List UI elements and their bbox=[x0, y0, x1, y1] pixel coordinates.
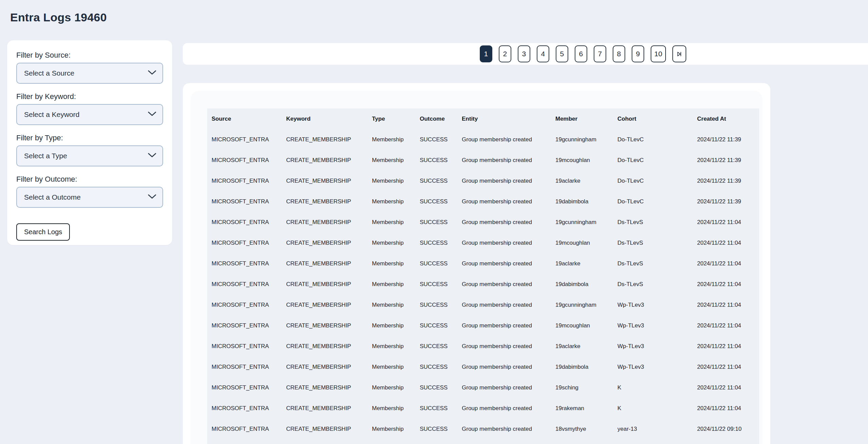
cell-member: 18vsmythye bbox=[555, 426, 617, 432]
cell-source: MICROSOFT_ENTRA bbox=[212, 178, 286, 184]
page-button-3[interactable]: 3 bbox=[518, 45, 530, 62]
type-select[interactable]: Select a Type bbox=[16, 145, 163, 166]
cell-created-at: 2024/11/22 11:04 bbox=[697, 240, 755, 246]
cell-source: MICROSOFT_ENTRA bbox=[212, 426, 286, 432]
cell-member: 19dabimbola bbox=[555, 281, 617, 288]
cell-entity: Group membership created bbox=[462, 157, 555, 164]
filter-list: Filter by Source:Select a SourceFilter b… bbox=[16, 51, 163, 208]
table-row: MICROSOFT_ENTRACREATE_MEMBERSHIPMembersh… bbox=[207, 336, 759, 357]
table-row: MICROSOFT_ENTRACREATE_MEMBERSHIPMembersh… bbox=[207, 170, 759, 191]
cell-keyword: CREATE_MEMBERSHIP bbox=[286, 384, 372, 391]
page-button-10[interactable]: 10 bbox=[651, 45, 666, 62]
last-page-button[interactable] bbox=[672, 45, 686, 62]
table-row: MICROSOFT_ENTRACREATE_MEMBERSHIPMembersh… bbox=[207, 233, 759, 253]
cell-source: MICROSOFT_ENTRA bbox=[212, 219, 286, 226]
page-button-9[interactable]: 9 bbox=[632, 45, 644, 62]
cell-keyword: CREATE_MEMBERSHIP bbox=[286, 364, 372, 370]
filter-group-outcome: Filter by Outcome:Select a Outcome bbox=[16, 175, 163, 208]
page-button-2[interactable]: 2 bbox=[499, 45, 511, 62]
cell-cohort: Ds-TLevS bbox=[617, 219, 697, 226]
column-header-cohort: Cohort bbox=[617, 116, 697, 122]
page-button-1[interactable]: 1 bbox=[480, 45, 492, 62]
cell-outcome: SUCCESS bbox=[420, 260, 462, 267]
filter-label-keyword: Filter by Keyword: bbox=[16, 92, 163, 101]
cell-member: 19rakeman bbox=[555, 405, 617, 412]
keyword-select[interactable]: Select a Keyword bbox=[16, 104, 163, 125]
skip-to-last-icon bbox=[676, 51, 683, 57]
table-row: MICROSOFT_ENTRACREATE_MEMBERSHIPMembersh… bbox=[207, 295, 759, 315]
table-row: MICROSOFT_ENTRACREATE_MEMBERSHIPMembersh… bbox=[207, 129, 759, 150]
source-select-value: Select a Source bbox=[24, 69, 74, 77]
table-row: MICROSOFT_ENTRACREATE_MEMBERSHIPMembersh… bbox=[207, 419, 759, 439]
cell-member: 19gcunningham bbox=[555, 136, 617, 143]
page-button-6[interactable]: 6 bbox=[575, 45, 587, 62]
cell-source: MICROSOFT_ENTRA bbox=[212, 260, 286, 267]
column-header-entity: Entity bbox=[462, 116, 555, 122]
cell-outcome: SUCCESS bbox=[420, 426, 462, 432]
table-row: MICROSOFT_ENTRACREATE_MEMBERSHIPMembersh… bbox=[207, 253, 759, 274]
page-button-5[interactable]: 5 bbox=[556, 45, 568, 62]
cell-cohort: K bbox=[617, 405, 697, 412]
logs-table-card: SourceKeywordTypeOutcomeEntityMemberCoho… bbox=[183, 83, 770, 444]
search-logs-button[interactable]: Search Logs bbox=[16, 223, 70, 241]
cell-type: Membership bbox=[372, 281, 420, 288]
cell-keyword: CREATE_MEMBERSHIP bbox=[286, 240, 372, 246]
filter-group-keyword: Filter by Keyword:Select a Keyword bbox=[16, 92, 163, 125]
cell-member: 19dabimbola bbox=[555, 198, 617, 205]
pagination-bar: 12345678910 bbox=[183, 43, 868, 65]
cell-outcome: SUCCESS bbox=[420, 364, 462, 370]
cell-keyword: CREATE_MEMBERSHIP bbox=[286, 260, 372, 267]
cell-source: MICROSOFT_ENTRA bbox=[212, 343, 286, 350]
page-button-8[interactable]: 8 bbox=[613, 45, 625, 62]
cell-type: Membership bbox=[372, 219, 420, 226]
cell-member: 19mcoughlan bbox=[555, 240, 617, 246]
cell-created-at: 2024/11/22 11:04 bbox=[697, 281, 755, 288]
cell-created-at: 2024/11/22 11:04 bbox=[697, 322, 755, 329]
cell-cohort: Wp-TLev3 bbox=[617, 364, 697, 370]
cell-type: Membership bbox=[372, 157, 420, 164]
cell-cohort: Ds-TLevS bbox=[617, 281, 697, 288]
cell-cohort: Ds-TLevS bbox=[617, 240, 697, 246]
cell-created-at: 2024/11/22 11:04 bbox=[697, 260, 755, 267]
cell-keyword: CREATE_MEMBERSHIP bbox=[286, 136, 372, 143]
cell-created-at: 2024/11/22 11:39 bbox=[697, 178, 755, 184]
cell-created-at: 2024/11/22 11:04 bbox=[697, 302, 755, 308]
table-row: MICROSOFT_ENTRACREATE_MEMBERSHIPMembersh… bbox=[207, 212, 759, 233]
cell-outcome: SUCCESS bbox=[420, 322, 462, 329]
column-header-type: Type bbox=[372, 116, 420, 122]
table-row: MICROSOFT_ENTRACREATE_MEMBERSHIPMembersh… bbox=[207, 357, 759, 377]
cell-entity: Group membership created bbox=[462, 322, 555, 329]
cell-member: 19sching bbox=[555, 384, 617, 391]
cell-created-at: 2024/11/22 11:04 bbox=[697, 384, 755, 391]
cell-type: Membership bbox=[372, 364, 420, 370]
page-button-4[interactable]: 4 bbox=[537, 45, 549, 62]
cell-outcome: SUCCESS bbox=[420, 302, 462, 308]
filter-label-type: Filter by Type: bbox=[16, 133, 163, 143]
cell-type: Membership bbox=[372, 302, 420, 308]
outcome-select[interactable]: Select a Outcome bbox=[16, 187, 163, 208]
cell-source: MICROSOFT_ENTRA bbox=[212, 405, 286, 412]
source-select[interactable]: Select a Source bbox=[16, 63, 163, 84]
cell-member: 19dabimbola bbox=[555, 364, 617, 370]
cell-entity: Group membership created bbox=[462, 240, 555, 246]
cell-entity: Group membership created bbox=[462, 426, 555, 432]
cell-cohort: Do-TLevC bbox=[617, 198, 697, 205]
cell-outcome: SUCCESS bbox=[420, 198, 462, 205]
cell-member: 19aclarke bbox=[555, 260, 617, 267]
page-button-7[interactable]: 7 bbox=[594, 45, 606, 62]
table-row: MICROSOFT_ENTRACREATE_MEMBERSHIPMembersh… bbox=[207, 439, 759, 444]
keyword-select-value: Select a Keyword bbox=[24, 110, 79, 119]
chevron-down-icon bbox=[147, 70, 157, 77]
cell-created-at: 2024/11/22 11:04 bbox=[697, 343, 755, 350]
cell-source: MICROSOFT_ENTRA bbox=[212, 136, 286, 143]
cell-cohort: Do-TLevC bbox=[617, 157, 697, 164]
cell-outcome: SUCCESS bbox=[420, 240, 462, 246]
cell-keyword: CREATE_MEMBERSHIP bbox=[286, 281, 372, 288]
page-title: Entra Logs 19460 bbox=[10, 11, 107, 24]
chevron-down-icon bbox=[147, 111, 157, 118]
cell-created-at: 2024/11/22 11:04 bbox=[697, 219, 755, 226]
cell-keyword: CREATE_MEMBERSHIP bbox=[286, 157, 372, 164]
cell-keyword: CREATE_MEMBERSHIP bbox=[286, 198, 372, 205]
cell-entity: Group membership created bbox=[462, 384, 555, 391]
column-header-source: Source bbox=[212, 116, 286, 122]
